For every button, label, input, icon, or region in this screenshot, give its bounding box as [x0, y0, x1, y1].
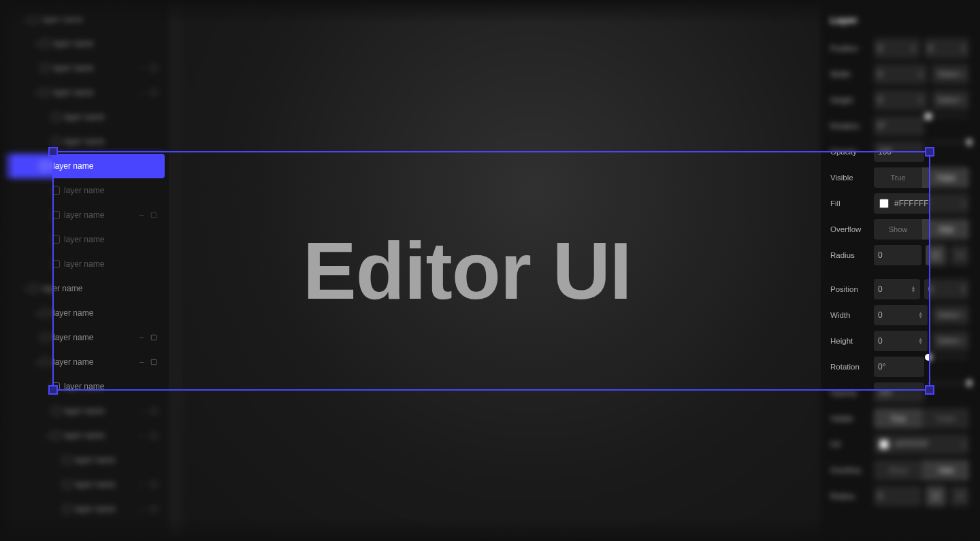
number-input[interactable]: 0▲▼: [924, 38, 970, 59]
toggle-opt[interactable]: False: [922, 408, 970, 429]
layer-row[interactable]: ▸layer name: [4, 31, 165, 56]
lock-toggle-icon[interactable]: [150, 211, 158, 219]
number-input[interactable]: 100: [874, 142, 924, 162]
lock-toggle-icon[interactable]: [150, 88, 158, 97]
layer-row[interactable]: ▸layer name–: [4, 423, 165, 448]
radius-mode-individual-icon[interactable]: [950, 245, 970, 265]
layer-label: layer name: [75, 504, 137, 514]
layer-row[interactable]: ▸layer name: [4, 276, 165, 301]
chevron-right-icon[interactable]: ▸: [45, 433, 52, 439]
toggle-opt[interactable]: True: [874, 167, 922, 188]
visibility-toggle-icon[interactable]: –: [137, 211, 146, 219]
layer-row[interactable]: layer name: [4, 374, 165, 399]
toggle-opt[interactable]: Hide: [922, 219, 970, 240]
layer-row[interactable]: layer name: [4, 448, 165, 472]
layer-type-icon: [52, 137, 60, 146]
layer-label: layer name: [53, 357, 137, 367]
number-input[interactable]: 0▲▼: [924, 279, 970, 299]
layer-row[interactable]: ▸layer name: [4, 301, 165, 325]
radius-mode-individual-icon[interactable]: [950, 486, 970, 506]
artboard[interactable]: [182, 0, 821, 541]
lock-toggle-icon[interactable]: [150, 358, 158, 366]
radius-mode-uniform-icon[interactable]: [926, 245, 946, 265]
layer-label: layer name: [64, 431, 137, 440]
toggle-opt[interactable]: True: [874, 408, 922, 429]
segmented-toggle[interactable]: True False: [874, 408, 970, 429]
unit-select[interactable]: Select▾: [932, 90, 970, 110]
visibility-toggle-icon[interactable]: –: [137, 431, 146, 440]
layer-row[interactable]: layer name–: [4, 56, 165, 80]
unit-select[interactable]: Select▾: [932, 331, 970, 351]
chevron-right-icon[interactable]: ▸: [34, 359, 41, 365]
canvas-area[interactable]: [169, 0, 821, 541]
layer-row[interactable]: layer name–: [4, 472, 165, 497]
visibility-toggle-icon[interactable]: –: [137, 407, 146, 415]
chevron-right-icon[interactable]: ▸: [23, 16, 30, 22]
slider[interactable]: [928, 116, 970, 117]
number-input[interactable]: 0▲▼: [874, 38, 920, 59]
toggle-opt[interactable]: Show: [874, 219, 922, 240]
toggle-opt[interactable]: False: [922, 167, 970, 188]
layer-type-icon: [30, 284, 38, 293]
number-input[interactable]: 0▲▼: [874, 90, 928, 110]
number-input[interactable]: 0▲▼: [874, 279, 920, 299]
number-input[interactable]: 0°: [874, 357, 924, 377]
lock-toggle-icon[interactable]: [150, 407, 158, 415]
number-input[interactable]: 0▲▼: [874, 331, 928, 351]
chevron-right-icon[interactable]: ▸: [34, 90, 41, 96]
layer-row[interactable]: ▸layer name: [4, 7, 165, 31]
number-input[interactable]: 0°: [874, 116, 924, 136]
lock-toggle-icon[interactable]: [150, 505, 158, 513]
svg-rect-10: [933, 493, 939, 499]
layer-label: layer name: [53, 88, 137, 97]
layer-row[interactable]: ▸layer name–: [4, 80, 165, 105]
segmented-toggle[interactable]: True False: [874, 167, 970, 188]
unit-select[interactable]: Select▾: [932, 305, 970, 325]
layer-row[interactable]: layer name: [4, 252, 165, 276]
radius-mode-uniform-icon[interactable]: [926, 486, 946, 506]
chevron-right-icon[interactable]: ▸: [23, 286, 30, 292]
toggle-opt[interactable]: Hide: [922, 460, 970, 480]
slider[interactable]: [928, 357, 970, 358]
number-input[interactable]: 100: [874, 382, 924, 403]
number-input[interactable]: 0: [874, 245, 921, 265]
segmented-toggle[interactable]: Show Hide: [874, 219, 970, 240]
lock-toggle-icon[interactable]: [150, 64, 158, 72]
lock-toggle-icon[interactable]: [150, 431, 158, 440]
visibility-toggle-icon[interactable]: –: [137, 505, 146, 513]
slider[interactable]: [928, 382, 970, 384]
layer-row-selected[interactable]: ▸layer name: [4, 154, 165, 178]
number-input[interactable]: 0: [874, 486, 921, 506]
slider[interactable]: [928, 142, 970, 143]
number-input[interactable]: 0▲▼: [874, 64, 928, 84]
app-root: ▸layer name▸layer namelayer name–▸layer …: [0, 0, 980, 541]
layer-row[interactable]: layer name–: [4, 325, 165, 350]
segmented-toggle[interactable]: Show Hide: [874, 460, 970, 480]
layer-row[interactable]: layer name: [4, 178, 165, 203]
layer-row[interactable]: layer name: [4, 129, 165, 154]
unit-select[interactable]: Select▾: [932, 64, 970, 84]
number-input[interactable]: 0▲▼: [874, 305, 928, 325]
visibility-toggle-icon[interactable]: –: [137, 333, 146, 342]
layer-type-icon: [41, 64, 49, 72]
chevron-right-icon[interactable]: ▸: [34, 310, 41, 316]
lock-toggle-icon[interactable]: [150, 480, 158, 489]
layer-row[interactable]: layer name–: [4, 203, 165, 227]
layer-row[interactable]: layer name: [4, 105, 165, 129]
color-input[interactable]: #FFFFFF▾: [874, 193, 970, 214]
layer-row[interactable]: layer name–: [4, 399, 165, 423]
visibility-toggle-icon[interactable]: –: [137, 480, 146, 489]
layer-label: layer name: [64, 259, 165, 269]
layer-row[interactable]: layer name–: [4, 497, 165, 521]
layer-type-icon: [41, 88, 49, 97]
layer-row[interactable]: ▸layer name–: [4, 350, 165, 374]
chevron-right-icon[interactable]: ▸: [34, 163, 41, 169]
lock-toggle-icon[interactable]: [150, 333, 158, 342]
visibility-toggle-icon[interactable]: –: [137, 358, 146, 366]
chevron-right-icon[interactable]: ▸: [34, 41, 41, 47]
toggle-opt[interactable]: Show: [874, 460, 922, 480]
layer-row[interactable]: layer name: [4, 227, 165, 252]
color-input[interactable]: #FFFFFF▾: [874, 434, 970, 455]
visibility-toggle-icon[interactable]: –: [137, 64, 146, 72]
visibility-toggle-icon[interactable]: –: [137, 88, 146, 97]
